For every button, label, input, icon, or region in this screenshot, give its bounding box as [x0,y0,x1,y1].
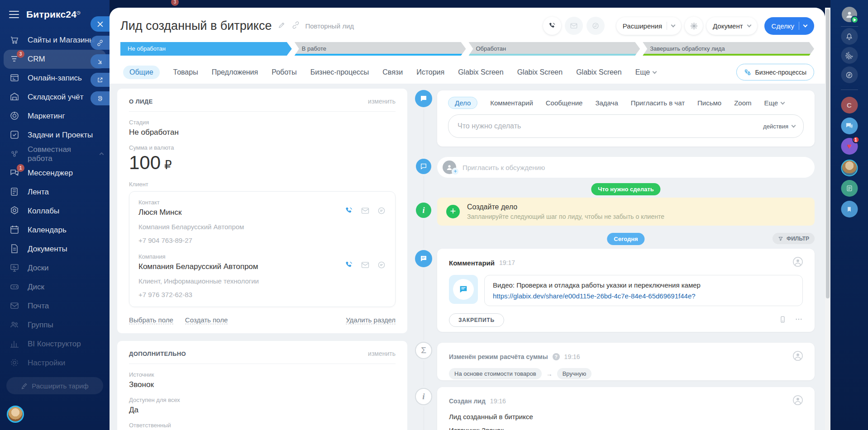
author-avatar-icon[interactable] [793,257,803,269]
business-processes-button[interactable]: Бизнес-процессы [736,64,814,80]
note-icon[interactable] [779,316,787,325]
date-badge-today[interactable]: Сегодня [607,233,644,245]
composer-tab-zoom[interactable]: Zoom [734,99,751,107]
delete-section-link[interactable]: Удалить раздел [346,316,396,324]
sidebar-item-tasks[interactable]: Задачи и Проекты [0,126,110,145]
sidebar-item-bi-builder[interactable]: BI Конструктор [0,335,110,354]
current-user-avatar[interactable] [7,406,24,423]
create-field-link[interactable]: Создать поле [185,316,228,324]
collapse-button[interactable] [91,54,110,68]
bitrix24-logo[interactable]: Битрикс24◷ [26,9,81,20]
composer-tab-letter[interactable]: Письмо [697,99,721,107]
chat-item-heart[interactable]: ♥1 [841,138,858,155]
company-name[interactable]: Компания Беларусский Автопром [138,262,344,271]
contact-call-icon[interactable] [344,206,353,217]
company-email-icon[interactable] [361,260,370,271]
chat-item-person-avatar[interactable] [841,160,858,176]
stage-finish[interactable]: Завершить обработку лида [643,42,814,56]
comment-link[interactable]: https://glabix.dev/share/e00d115e-26bd-4… [493,292,794,300]
copy-link-chain-icon[interactable] [292,21,300,31]
more-dots-icon[interactable] [795,315,803,325]
tab-robots[interactable]: Роботы [272,68,296,76]
extensions-dropdown[interactable]: Расширения [616,17,681,35]
contact-chat-icon[interactable] [377,206,386,217]
pin-button[interactable]: ЗАКРЕПИТЬ [449,313,504,327]
available-value[interactable]: Да [129,406,396,415]
tab-history[interactable]: История [416,68,444,76]
tab-business-processes[interactable]: Бизнес-процессы [310,68,369,76]
tab-general[interactable]: Общие [123,66,160,79]
tab-products[interactable]: Товары [173,68,198,76]
collapse-chevron-icon[interactable] [100,152,104,156]
call-button[interactable] [543,17,561,35]
notifications-bell-button[interactable] [841,28,858,45]
edit-section-link[interactable]: изменить [368,98,396,105]
stage-in-progress[interactable]: В работе [295,42,466,56]
upgrade-plan-button[interactable]: Расширить тариф [6,377,103,394]
tab-more[interactable]: Еще [635,68,657,76]
chat-item-messages[interactable] [841,118,858,134]
stage-field-value[interactable]: Не обработан [129,128,396,137]
tab-quotes[interactable]: Предложения [212,68,258,76]
sidebar-item-messenger[interactable]: 1 Мессенджер [0,164,110,183]
tab-glabix-screen-3[interactable]: Glabix Screen [576,68,622,76]
sidebar-item-calendar[interactable]: Календарь [0,221,110,240]
sidebar-item-collabs[interactable]: Коллабы [0,202,110,221]
email-button[interactable] [565,17,583,35]
stage-processed[interactable]: Обработан [469,42,640,56]
sidebar-item-settings[interactable]: Настройки [0,354,110,373]
composer-tab-comment[interactable]: Комментарий [490,99,533,107]
chat-button[interactable] [587,17,605,35]
composer-tab-task[interactable]: Задача [595,99,618,107]
dock-user-avatar[interactable] [842,7,857,22]
composer-actions-dropdown[interactable]: действия [763,123,795,130]
contact-email-icon[interactable] [361,206,370,217]
automation-button[interactable] [841,47,858,64]
company-call-icon[interactable] [344,260,353,271]
create-deal-button[interactable]: Сделку [764,17,814,35]
composer-tab-activity[interactable]: Дело [448,97,477,109]
edit-title-pencil-icon[interactable] [278,21,286,31]
print-button[interactable] [91,91,110,105]
sidebar-item-documents[interactable]: Документы [0,240,110,259]
company-phone[interactable]: +7 976 372-62-83 [138,291,386,298]
author-avatar-icon[interactable] [793,351,803,363]
sidebar-item-marketing[interactable]: Маркетинг [0,107,110,126]
stage-not-processed[interactable]: Не обработан [120,42,292,56]
chat-item-document[interactable] [841,180,858,197]
open-new-window-button[interactable] [91,73,110,87]
composer-tab-more[interactable]: Еще [764,99,785,107]
invite-input[interactable] [462,163,809,172]
tab-glabix-screen-2[interactable]: Glabix Screen [517,68,563,76]
composer-tab-invite-chat[interactable]: Пригласить в чат [631,99,685,107]
contact-phone[interactable]: +7 904 763-89-27 [138,236,386,244]
settings-gear-button[interactable] [685,17,703,35]
sum-field-value[interactable]: 100₽ [129,152,396,174]
composer-input[interactable] [457,122,763,131]
edit-section-link[interactable]: изменить [368,350,396,357]
document-dropdown[interactable]: Документ [706,17,757,35]
composer-tab-message[interactable]: Сообщение [546,99,583,107]
help-icon[interactable]: ? [553,353,560,360]
sidebar-item-groups[interactable]: Группы [0,316,110,335]
sidebar-item-feed[interactable]: Лента [0,183,110,202]
menu-hamburger-icon[interactable] [9,11,19,18]
tab-links[interactable]: Связи [382,68,403,76]
chat-item-c[interactable]: C [841,97,858,113]
copy-link-button[interactable] [91,36,110,50]
close-slider-button[interactable] [91,16,110,32]
sidebar-item-boards[interactable]: Доски [0,259,110,278]
author-avatar-icon[interactable] [793,395,803,407]
sidebar-item-mail[interactable]: Почта [0,297,110,316]
contact-name[interactable]: Люся Минск [138,208,344,217]
filter-button[interactable]: ФИЛЬТР [773,233,815,244]
select-field-link[interactable]: Выбрать поле [129,316,173,324]
chat-item-bookmark[interactable] [841,201,858,217]
todo-badge[interactable]: Что нужно сделать [591,183,660,195]
company-chat-icon[interactable] [377,260,386,271]
source-value[interactable]: Звонок [129,380,396,389]
sidebar-item-collaboration[interactable]: Совместная работа [0,145,110,164]
tab-glabix-screen-1[interactable]: Glabix Screen [458,68,504,76]
scrollbar-thumb[interactable] [826,9,830,298]
add-activity-plus-button[interactable]: + [446,205,460,218]
